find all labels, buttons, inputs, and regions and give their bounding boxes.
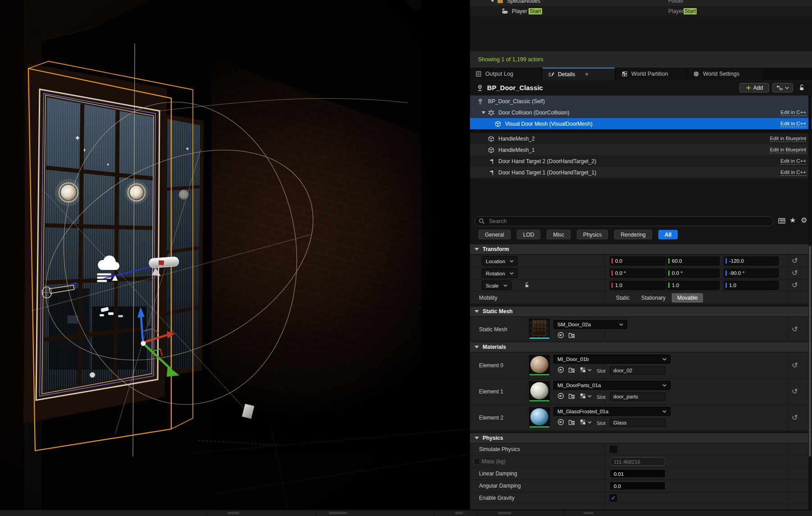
slot-name-input[interactable] bbox=[610, 394, 665, 399]
material-combo[interactable]: MI_GlassFrosted_01a bbox=[553, 407, 671, 416]
material-slot-field[interactable] bbox=[610, 419, 666, 427]
browse-to-asset-icon[interactable] bbox=[568, 366, 575, 373]
reset-to-default-icon[interactable]: ↺ bbox=[792, 282, 798, 289]
gizmo-origin[interactable] bbox=[141, 341, 146, 346]
scale-dropdown[interactable]: Scale bbox=[482, 281, 511, 290]
mobility-static-button[interactable]: Static bbox=[611, 293, 635, 302]
browse-to-asset-icon[interactable] bbox=[568, 419, 575, 425]
browse-to-asset-icon[interactable] bbox=[568, 393, 575, 399]
mass-override-checkbox[interactable] bbox=[474, 458, 480, 465]
slot-name-input[interactable] bbox=[610, 368, 665, 373]
mobility-stationary-button[interactable]: Stationary bbox=[636, 293, 671, 302]
tab-output-log[interactable]: Output Log bbox=[470, 68, 541, 80]
rotation-y-field[interactable]: 0.0 ° bbox=[666, 269, 720, 278]
component-row-handlemesh-2[interactable]: HandleMesh_2 Edit in Blueprint bbox=[470, 133, 812, 144]
edit-in-cpp-link[interactable]: Edit in C++ bbox=[780, 169, 806, 176]
component-row-door-hand-target-1[interactable]: Door Hand Target 1 (DoorHandTarget_1) Ed… bbox=[470, 167, 812, 178]
reset-to-default-icon[interactable]: ↺ bbox=[792, 326, 798, 333]
angular-damping-field[interactable]: 0.0 bbox=[610, 482, 666, 490]
add-component-button[interactable]: Add bbox=[739, 83, 769, 92]
edit-in-cpp-link[interactable]: Edit in C++ bbox=[780, 110, 806, 116]
component-row-self[interactable]: BP_Door_Classic (Self) bbox=[470, 96, 812, 107]
outliner-row-folder[interactable]: SpecialNodes Folder bbox=[470, 0, 812, 6]
linear-damping-field[interactable]: 0.01 bbox=[610, 470, 666, 478]
reset-to-default-icon[interactable]: ↺ bbox=[792, 388, 798, 395]
location-z-field[interactable]: -120.0 bbox=[724, 256, 779, 265]
reset-to-default-icon[interactable]: ↺ bbox=[792, 362, 798, 369]
location-y-field[interactable]: 60.0 bbox=[666, 256, 720, 265]
section-collapse-icon[interactable] bbox=[474, 346, 479, 348]
enable-gravity-checkbox[interactable]: ✓ bbox=[610, 494, 617, 502]
material-thumbnail[interactable] bbox=[529, 381, 550, 402]
location-x-field[interactable]: 0.0 bbox=[610, 256, 666, 265]
rotation-x-field[interactable]: 0.0 ° bbox=[610, 269, 666, 278]
section-collapse-icon[interactable] bbox=[474, 437, 479, 439]
texture-options-icon[interactable] bbox=[580, 393, 586, 399]
search-box[interactable] bbox=[474, 216, 774, 226]
filter-physics[interactable]: Physics bbox=[577, 230, 608, 239]
lock-open-icon[interactable] bbox=[524, 282, 530, 288]
outliner-row-player-start[interactable]: Player Start PlayerStart bbox=[470, 6, 812, 16]
section-collapse-icon[interactable] bbox=[474, 248, 479, 251]
tab-world-partition[interactable]: World Partition bbox=[616, 68, 686, 80]
display-options-icon[interactable] bbox=[778, 217, 785, 224]
lock-open-icon[interactable] bbox=[798, 84, 805, 91]
browse-to-asset-icon[interactable] bbox=[568, 332, 575, 338]
use-selected-asset-icon[interactable] bbox=[557, 419, 564, 425]
texture-options-icon[interactable] bbox=[580, 367, 586, 373]
component-row-door-hand-target-2[interactable]: Door Hand Target 2 (DoorHandTarget_2) Ed… bbox=[470, 155, 812, 167]
edit-in-cpp-link[interactable]: Edit in C++ bbox=[780, 121, 806, 127]
edit-in-blueprint-link[interactable]: Edit in Blueprint bbox=[770, 136, 806, 142]
chevron-down-icon[interactable] bbox=[482, 111, 485, 114]
chevron-down-icon[interactable] bbox=[588, 395, 592, 397]
component-row-handlemesh-1[interactable]: HandleMesh_1 Edit in Blueprint bbox=[470, 144, 812, 155]
scale-x-field[interactable]: 1.0 bbox=[610, 281, 666, 290]
filter-misc[interactable]: Misc bbox=[547, 230, 570, 239]
filter-lod[interactable]: LOD bbox=[517, 230, 541, 239]
reset-to-default-icon[interactable]: ↺ bbox=[792, 257, 798, 265]
bottom-status-bar[interactable] bbox=[0, 510, 812, 516]
rotation-dropdown[interactable]: Rotation bbox=[482, 269, 518, 278]
filter-all[interactable]: All bbox=[658, 230, 678, 239]
simulate-physics-checkbox[interactable] bbox=[610, 446, 617, 453]
blueprint-graph-button[interactable] bbox=[772, 83, 793, 92]
tab-details[interactable]: Details × bbox=[543, 68, 615, 80]
mobility-movable-button[interactable]: Movable bbox=[672, 293, 703, 302]
material-thumbnail[interactable] bbox=[529, 407, 550, 428]
material-combo[interactable]: MI_DoorParts_01a bbox=[553, 381, 671, 390]
section-collapse-icon[interactable] bbox=[474, 310, 479, 313]
chevron-down-icon[interactable] bbox=[588, 421, 592, 424]
settings-gear-icon[interactable]: ⚙ bbox=[801, 216, 807, 224]
scale-z-field[interactable]: 1.0 bbox=[724, 281, 779, 290]
material-slot-field[interactable] bbox=[610, 393, 666, 401]
use-selected-asset-icon[interactable] bbox=[557, 366, 564, 373]
rotation-z-field[interactable]: -90.0 ° bbox=[724, 269, 779, 278]
chevron-down-icon[interactable] bbox=[491, 0, 494, 2]
filter-general[interactable]: General bbox=[479, 230, 511, 239]
slot-name-input[interactable] bbox=[610, 420, 665, 425]
scrollbar-thumb[interactable] bbox=[809, 246, 811, 457]
material-thumbnail[interactable] bbox=[529, 355, 550, 376]
component-row-door-collision[interactable]: Door Collision (DoorCollision) Edit in C… bbox=[470, 107, 812, 118]
edit-in-blueprint-link[interactable]: Edit in Blueprint bbox=[770, 147, 806, 153]
tab-world-settings[interactable]: World Settings bbox=[688, 68, 763, 80]
texture-options-icon[interactable] bbox=[580, 419, 586, 425]
edit-in-cpp-link[interactable]: Edit in C++ bbox=[780, 158, 806, 164]
use-selected-asset-icon[interactable] bbox=[557, 332, 564, 338]
details-scrollbar[interactable] bbox=[808, 96, 812, 510]
section-physics[interactable]: Physics bbox=[470, 433, 812, 443]
section-static-mesh[interactable]: Static Mesh bbox=[470, 306, 812, 317]
chevron-down-icon[interactable] bbox=[588, 369, 592, 371]
section-transform[interactable]: Transform bbox=[470, 244, 812, 255]
scale-y-field[interactable]: 1.0 bbox=[666, 281, 720, 290]
material-slot-field[interactable] bbox=[610, 366, 666, 374]
static-mesh-thumbnail[interactable] bbox=[529, 319, 550, 339]
favorites-star-icon[interactable]: ★ bbox=[789, 216, 796, 224]
section-materials[interactable]: Materials bbox=[470, 342, 812, 352]
location-dropdown[interactable]: Location bbox=[482, 256, 518, 266]
reset-to-default-icon[interactable]: ↺ bbox=[792, 414, 798, 421]
material-combo[interactable]: MI_Door_01b bbox=[553, 355, 671, 364]
viewport-3d[interactable] bbox=[0, 0, 470, 510]
component-row-visual-door-mesh[interactable]: Visual Door Mesh (VisualDoorMesh) Edit i… bbox=[470, 118, 812, 129]
use-selected-asset-icon[interactable] bbox=[557, 393, 564, 399]
